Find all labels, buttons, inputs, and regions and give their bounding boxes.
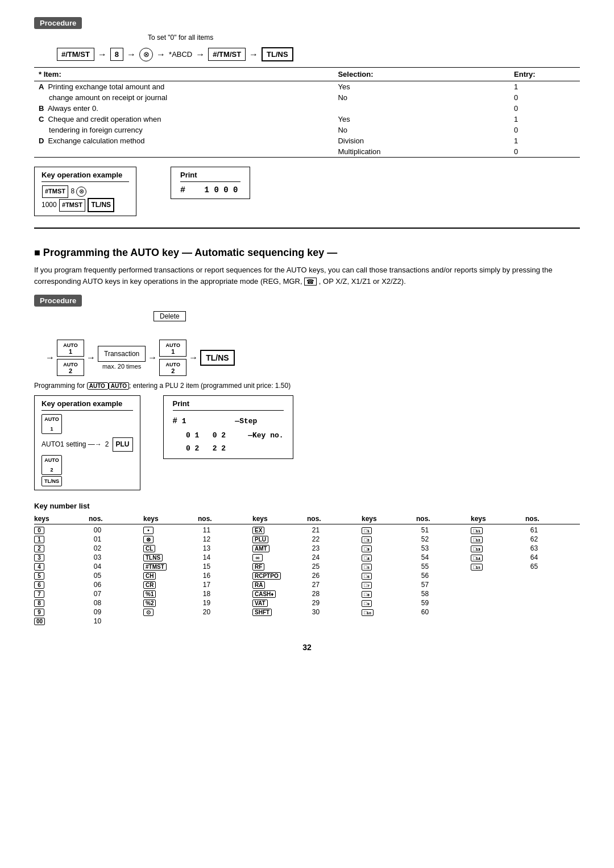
set-zero-label: To set "0" for all items [148, 34, 580, 42]
list-item: □₁₅65 [471, 562, 580, 571]
list-item: CH16 [143, 571, 252, 580]
key-col-1: keysnos. 000 101 202 303 404 505 606 707… [34, 515, 143, 626]
section2-desc: If you program frequently performed tran… [34, 264, 580, 287]
list-item: CR17 [143, 580, 252, 589]
flow-abcd: *ABCD [169, 50, 192, 59]
list-item: PLU22 [252, 535, 362, 544]
list-item: □₉59 [362, 598, 471, 607]
list-item: □₈58 [362, 589, 471, 598]
list-item: □₁₁61 [471, 526, 580, 535]
table-row: change amount on receipt or journal No 0 [34, 92, 580, 103]
flow-tmst2: #/TM/ST [208, 48, 246, 61]
list-item: VAT29 [252, 598, 362, 607]
procedure2-container: Delete → AUTO1 AUTO2 → Transaction max. … [34, 311, 580, 376]
list-item: □₃53 [362, 544, 471, 553]
key-number-title: Key number list [34, 502, 580, 510]
list-item: □₁51 [362, 526, 471, 535]
list-item: RCPTPO26 [252, 571, 362, 580]
delete-box: Delete [154, 311, 186, 321]
list-item: □₅55 [362, 562, 471, 571]
key-op-box2: Key operation example AUTO 1 AUTO1 setti… [34, 395, 140, 490]
section2-heading: ■ Programming the AUTO key — Automatic s… [34, 247, 580, 259]
table-row: C Cheque and credit operation when Yes 1 [34, 114, 580, 125]
flow-8: 8 [110, 48, 123, 61]
list-item: RA27 [252, 580, 362, 589]
list-item: #TMST15 [143, 562, 252, 571]
key-op-box1: Key operation example #TMST 8 ⊗ 1000 #TM… [34, 167, 136, 216]
key-col-4: keysnos. □₁51 □₂52 □₃53 □₄54 □₅55 □₆56 □… [362, 515, 471, 626]
list-item: RF25 [252, 562, 362, 571]
table-row: B Always enter 0. 0 [34, 103, 580, 114]
list-item: 101 [34, 535, 143, 544]
flow2-wrapper: Delete → AUTO1 AUTO2 → Transaction max. … [45, 311, 330, 376]
table-row: Multiplication 0 [34, 146, 580, 158]
procedure1-section: Procedure To set "0" for all items #/TM/… [34, 17, 580, 216]
flow2-tlns: TL/NS [200, 350, 234, 366]
table-row: tendering in foreign currency No 0 [34, 125, 580, 135]
procedure1-flow: #/TM/ST → 8 → ⊗ → *ABCD → #/TM/ST → TL/N… [57, 47, 580, 61]
print-header2: Print [173, 399, 284, 411]
auto1-setting2: AUTO1 setting —→ 2 PLU [42, 437, 133, 452]
auto-stack-right: AUTO1 AUTO2 [159, 340, 186, 376]
list-item: □₆56 [362, 571, 471, 580]
programming-note: Programming for AUTO AUTO; entering a PL… [34, 382, 580, 390]
key-op-inner1: #TMST 8 ⊗ 1000 #TMST TL/NS [42, 185, 129, 212]
procedure2-badge: Procedure [34, 295, 82, 307]
key-col-2: keysnos. •11 ⊗12 CL13 TLNS14 #TMST15 CH1… [143, 515, 252, 626]
list-item: %118 [143, 589, 252, 598]
list-item: 505 [34, 571, 143, 580]
procedure1-badge: Procedure [34, 17, 82, 29]
transaction-box: Transaction [98, 346, 146, 362]
list-item: □₁₂62 [471, 535, 580, 544]
list-item: 202 [34, 544, 143, 553]
list-item: 808 [34, 598, 143, 607]
list-item: CL13 [143, 544, 252, 553]
list-item: EX21 [252, 526, 362, 535]
flow-tmst1: #/TM/ST [57, 48, 94, 61]
procedure2-section: Procedure Delete → AUTO1 AUTO2 → Transac… [34, 295, 580, 490]
table-row: D Exchange calculation method Division 1 [34, 135, 580, 146]
print-box2: Print # 1 —Step 0 1 0 2 —Key no. 0 2 2 2 [163, 395, 293, 459]
list-item: □₇57 [362, 580, 471, 589]
list-item: 000 [34, 526, 143, 535]
list-item: 606 [34, 580, 143, 589]
flow-tlns: TL/NS [262, 47, 293, 61]
key-op-section1: Key operation example #TMST 8 ⊗ 1000 #TM… [34, 167, 580, 216]
list-item: 707 [34, 589, 143, 598]
key-number-section: Key number list keysnos. 000 101 202 303… [34, 502, 580, 626]
list-item: •11 [143, 526, 252, 535]
th-entry: Entry: [509, 68, 580, 81]
print-header1: Print [180, 171, 240, 182]
key-op-header1: Key operation example [42, 171, 129, 182]
list-item: ∞24 [252, 553, 362, 562]
table-row: A Printing exchange total amount and Yes… [34, 81, 580, 93]
key-op-header2: Key operation example [42, 399, 133, 411]
flow2-main: → AUTO1 AUTO2 → Transaction max. 20 time… [45, 340, 330, 376]
list-item: 303 [34, 553, 143, 562]
list-item: 909 [34, 607, 143, 617]
key-op2-section: Key operation example AUTO 1 AUTO1 setti… [34, 395, 580, 490]
print-box1: Print # 1 0 0 0 [171, 167, 250, 199]
list-item: %219 [143, 598, 252, 607]
page-number: 32 [34, 643, 580, 652]
list-item: SHFT30 [252, 607, 362, 617]
items-table: * Item: Selection: Entry: A Printing exc… [34, 67, 580, 158]
list-item: □₁₄64 [471, 553, 580, 562]
list-item: ⊗12 [143, 535, 252, 544]
list-item: 0010 [34, 617, 143, 626]
list-item: CASH♦28 [252, 589, 362, 598]
list-item: TLNS14 [143, 553, 252, 562]
key-op-inner2: AUTO 1 AUTO1 setting —→ 2 PLU AUTO 2 TL/… [42, 414, 133, 486]
list-item: □₄54 [362, 553, 471, 562]
auto1-setting: AUTO 1 [42, 414, 133, 433]
key-col-3: keysnos. EX21 PLU22 AMT23 ∞24 RF25 RCPTP… [252, 515, 362, 626]
print-content1: # 1 0 0 0 [180, 185, 240, 195]
print2-content: # 1 —Step 0 1 0 2 —Key no. 0 2 2 2 [173, 414, 284, 455]
key-col-5: keysnos. □₁₁61 □₁₂62 □₁₃63 □₁₄64 □₁₅65 [471, 515, 580, 626]
auto-stack-left: AUTO1 AUTO2 [57, 340, 84, 376]
list-item: □₁₀60 [362, 607, 471, 617]
list-item: □₂52 [362, 535, 471, 544]
list-item: 404 [34, 562, 143, 571]
flow-circle: ⊗ [139, 48, 153, 61]
th-selection: Selection: [333, 68, 509, 81]
